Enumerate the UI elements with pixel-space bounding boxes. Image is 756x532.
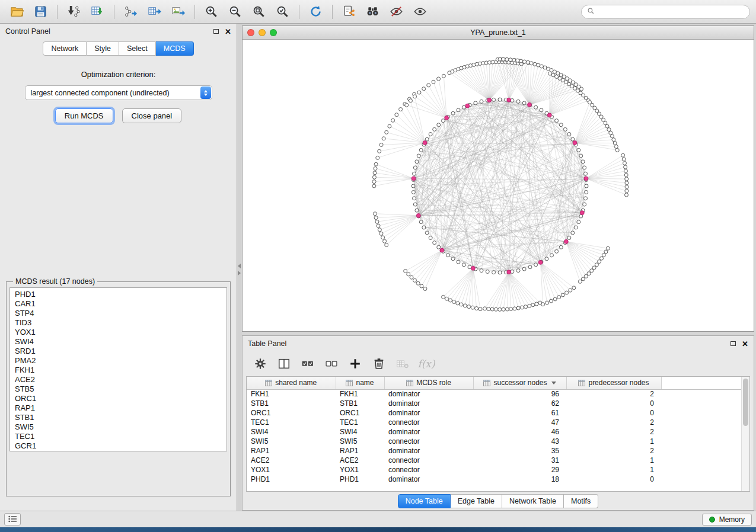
result-list-item[interactable]: SRD1 bbox=[10, 347, 227, 356]
table-row[interactable]: YOX1YOX1connector291 bbox=[247, 465, 741, 475]
result-list-item[interactable]: YOX1 bbox=[10, 328, 227, 337]
table-tab-motifs[interactable]: Motifs bbox=[564, 494, 598, 508]
table-cell: dominator bbox=[384, 475, 473, 484]
clone-network-button[interactable] bbox=[338, 3, 360, 21]
result-list-item[interactable]: RAP1 bbox=[10, 403, 227, 413]
toolbar-groups bbox=[6, 3, 431, 21]
import-table-button[interactable] bbox=[87, 3, 109, 21]
result-list-item[interactable]: SWI4 bbox=[10, 337, 227, 347]
mcds-result-list[interactable]: PHD1CAR1STP4TID3YOX1SWI4SRD1PMA2FKH1ACE2… bbox=[9, 287, 227, 451]
divider-handle-icon[interactable] bbox=[238, 264, 241, 275]
window-minimize-button[interactable] bbox=[259, 29, 266, 36]
float-table-panel-icon[interactable] bbox=[731, 341, 736, 346]
tab-mcds[interactable]: MCDS bbox=[156, 41, 194, 56]
select-all-button[interactable] bbox=[298, 355, 317, 372]
optimization-criterion-select[interactable]: largest connected component (undirected) bbox=[25, 85, 212, 100]
result-list-item[interactable]: STB1 bbox=[10, 413, 227, 422]
window-close-button[interactable] bbox=[247, 29, 254, 36]
table-row[interactable]: ACE2ACE2connector311 bbox=[247, 456, 741, 465]
result-list-item[interactable]: TEC1 bbox=[10, 432, 227, 441]
table-scrollbar-thumb[interactable] bbox=[743, 379, 748, 426]
table-cell-filler bbox=[661, 399, 741, 408]
export-image-button[interactable] bbox=[167, 3, 189, 21]
table-cell: SWI5 bbox=[247, 437, 336, 446]
find-button[interactable] bbox=[362, 3, 384, 21]
table-row[interactable]: FKH1FKH1dominator962 bbox=[247, 389, 741, 399]
search-box[interactable] bbox=[581, 5, 750, 19]
status-menu-button[interactable] bbox=[4, 513, 21, 525]
result-list-item[interactable]: ACE2 bbox=[10, 375, 227, 384]
column-header-predecessor-nodes[interactable]: predecessor nodes bbox=[566, 377, 661, 389]
column-header-shared-name[interactable]: shared name bbox=[247, 377, 336, 389]
import-network-button[interactable] bbox=[63, 3, 85, 21]
table-row[interactable]: RAP1RAP1dominator352 bbox=[247, 446, 741, 456]
run-mcds-button[interactable]: Run MCDS bbox=[55, 108, 113, 123]
table-panel-title: Table Panel bbox=[248, 339, 286, 348]
search-input[interactable] bbox=[598, 8, 744, 16]
table-cell: dominator bbox=[384, 408, 473, 418]
close-panel-button[interactable]: Close panel bbox=[122, 108, 182, 123]
tab-style[interactable]: Style bbox=[87, 41, 119, 56]
delete-row-button[interactable] bbox=[369, 355, 388, 372]
table-row[interactable]: SWI4SWI4dominator462 bbox=[247, 427, 741, 437]
float-panel-icon[interactable] bbox=[213, 29, 219, 34]
result-list-item[interactable]: STB5 bbox=[10, 384, 227, 394]
open-button[interactable] bbox=[6, 3, 28, 21]
export-network-button[interactable] bbox=[120, 3, 142, 21]
close-table-panel-icon[interactable]: ✕ bbox=[742, 340, 748, 348]
network-view[interactable] bbox=[243, 40, 754, 331]
settings-button[interactable] bbox=[251, 355, 270, 372]
column-header-mcds-role[interactable]: MCDS role bbox=[384, 377, 473, 389]
application-window: Control Panel ✕ NetworkStyleSelectMCDS O… bbox=[0, 0, 756, 532]
zoom-out-button[interactable] bbox=[224, 3, 246, 21]
result-list-item[interactable]: PMA2 bbox=[10, 356, 227, 366]
columns-button[interactable] bbox=[275, 355, 294, 372]
table-row[interactable]: TEC1TEC1connector472 bbox=[247, 418, 741, 427]
zoom-selected-button[interactable] bbox=[272, 3, 294, 21]
clone-network-icon bbox=[342, 5, 356, 18]
tab-select[interactable]: Select bbox=[119, 41, 156, 56]
memory-button[interactable]: Memory bbox=[702, 514, 752, 525]
column-header-successor-nodes[interactable]: successor nodes bbox=[473, 377, 566, 389]
table-row[interactable]: SWI5SWI5connector431 bbox=[247, 437, 741, 446]
show-all-button[interactable] bbox=[409, 3, 431, 21]
window-zoom-button[interactable] bbox=[270, 29, 277, 36]
tab-network[interactable]: Network bbox=[43, 41, 87, 56]
result-list-item[interactable]: PHD1 bbox=[10, 290, 227, 299]
table-tab-edge-table[interactable]: Edge Table bbox=[451, 494, 502, 508]
zoom-in-button[interactable] bbox=[200, 3, 222, 21]
save-button[interactable] bbox=[30, 3, 52, 21]
result-list-item[interactable]: ORC1 bbox=[10, 394, 227, 403]
select-all-icon bbox=[301, 357, 314, 370]
table-tab-node-table[interactable]: Node Table bbox=[398, 494, 451, 508]
result-list-item[interactable]: CAR1 bbox=[10, 299, 227, 309]
table-cell: 1 bbox=[566, 437, 661, 446]
refresh-button[interactable] bbox=[305, 3, 327, 21]
result-list-item[interactable]: FKH1 bbox=[10, 366, 227, 375]
close-panel-icon[interactable]: ✕ bbox=[225, 28, 231, 36]
table-cell: ORC1 bbox=[336, 408, 384, 418]
column-header-name[interactable]: name bbox=[336, 377, 384, 389]
add-row-button[interactable] bbox=[346, 355, 365, 372]
export-table-button[interactable] bbox=[143, 3, 165, 21]
result-list-item[interactable]: SWI5 bbox=[10, 422, 227, 432]
result-list-item[interactable]: STP4 bbox=[10, 309, 227, 318]
table-cell: RAP1 bbox=[336, 446, 384, 456]
table-row[interactable]: STB1STB1dominator620 bbox=[247, 399, 741, 408]
deselect-all-button[interactable] bbox=[322, 355, 341, 372]
table-tab-network-table[interactable]: Network Table bbox=[502, 494, 564, 508]
table-cell: 35 bbox=[473, 446, 566, 456]
zoom-fit-button[interactable] bbox=[248, 3, 270, 21]
table-cell: 29 bbox=[473, 465, 566, 475]
result-list-item[interactable]: TID3 bbox=[10, 318, 227, 328]
table-toolbar: f(x) bbox=[243, 351, 754, 376]
table-row[interactable]: PHD1PHD1dominator180 bbox=[247, 475, 741, 484]
result-list-item[interactable]: GCR1 bbox=[10, 441, 227, 451]
table-cell-filler bbox=[661, 465, 741, 475]
columns-icon bbox=[277, 357, 291, 370]
table-row[interactable]: ORC1ORC1dominator610 bbox=[247, 408, 741, 418]
table-scrollbar[interactable] bbox=[741, 377, 749, 491]
toolbar-separator bbox=[57, 5, 58, 19]
hide-selected-button[interactable] bbox=[385, 3, 407, 21]
panel-divider[interactable] bbox=[237, 24, 242, 511]
